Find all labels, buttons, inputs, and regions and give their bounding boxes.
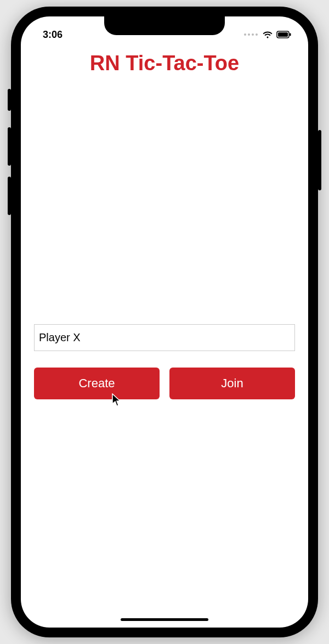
cellular-dots-icon — [244, 33, 258, 36]
home-indicator[interactable] — [121, 618, 208, 621]
screen: 3:06 RN Tic-Tac — [21, 16, 308, 628]
power-button — [318, 130, 321, 190]
player-name-input[interactable] — [34, 324, 295, 351]
button-row: Create Join — [34, 368, 295, 399]
battery-icon — [276, 31, 292, 38]
main-content: Create Join — [21, 75, 308, 399]
svg-rect-1 — [278, 32, 288, 37]
create-button[interactable]: Create — [34, 368, 160, 399]
wifi-icon — [262, 31, 273, 39]
volume-down-button — [8, 177, 11, 215]
app-title: RN Tic-Tac-Toe — [21, 52, 308, 75]
svg-rect-2 — [290, 33, 291, 36]
status-time: 3:06 — [43, 29, 63, 41]
ringer-switch — [8, 89, 11, 111]
phone-frame: 3:06 RN Tic-Tac — [11, 7, 318, 637]
notch — [104, 16, 225, 35]
volume-up-button — [8, 127, 11, 166]
join-button[interactable]: Join — [169, 368, 295, 399]
status-right — [244, 31, 292, 39]
